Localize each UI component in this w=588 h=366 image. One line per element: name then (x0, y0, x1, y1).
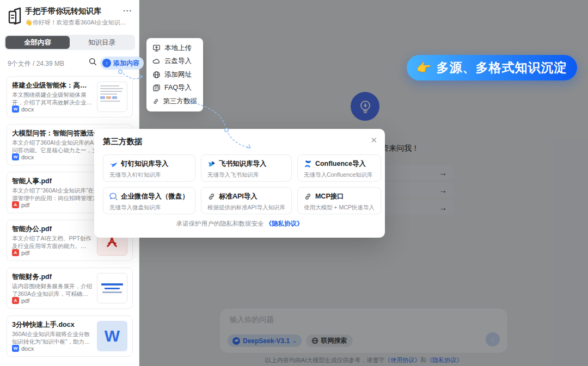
cloud-icon (152, 57, 161, 65)
doc-ext: pdf (21, 202, 29, 208)
doc-title: 智能财务.pdf (12, 272, 93, 281)
add-content-button[interactable]: ↑ 添加内容 (100, 57, 144, 70)
import-source-grid: 钉钉知识库导入 无缝导入钉钉知识库 飞书知识库导入 无缝导入飞书知识库 (103, 154, 376, 214)
menu-item-cloud-import[interactable]: 云盘导入 (146, 55, 203, 69)
api-link-icon (207, 193, 216, 201)
doc-card[interactable]: 智能财务.pdf 该内容围绕财务服务展开，介绍了360A企业知识库，可精确解析财… (7, 268, 133, 309)
doc-title: 智能办公.pdf (12, 225, 93, 233)
link-icon (152, 97, 160, 106)
privacy-policy-link[interactable]: 《隐私协议》 (266, 220, 303, 227)
source-card-mcp[interactable]: MCP接口 使用大模型 + MCP快速导入 (297, 187, 381, 214)
doc-title: 搭建企业级智能体：高效解决企… (12, 81, 93, 90)
menu-item-label: 第三方数据 (163, 97, 198, 106)
source-title: Confluence导入 (315, 159, 366, 169)
source-title: 企业微信导入（微盘） (121, 192, 189, 201)
menu-item-label: 云盘导入 (164, 57, 192, 66)
content-tabs: 全部内容 知识目录 (4, 35, 135, 50)
doc-desc: 360AI企业知识库能将企业分散知识转化为“知识中枢”，助力降本增效与创新。… (12, 331, 93, 345)
doc-ext: docx (21, 154, 34, 160)
search-icon[interactable] (89, 58, 97, 66)
more-options-icon[interactable]: ··· (123, 7, 132, 15)
modal-title: 第三方数据 (103, 137, 376, 147)
menu-item-label: 本地上传 (164, 44, 192, 53)
source-desc: 无缝导入钉钉知识库 (109, 171, 189, 179)
doc-title: 3分钟快速上手.docx (12, 320, 93, 329)
menu-item-third-party-data[interactable]: 第三方数据 (146, 95, 203, 108)
source-desc: 无缝导入Confluence知识库 (304, 171, 375, 179)
pdf-file-icon: A (12, 249, 19, 256)
doc-card[interactable]: 3分钟快速上手.docx 360AI企业知识库能将企业分散知识转化为“知识中枢”… (7, 315, 133, 357)
docx-file-icon: W (12, 345, 19, 352)
globe-icon (152, 71, 161, 79)
w-logo-thumbnail: W (97, 321, 127, 351)
source-card-wecom[interactable]: 企业微信导入（微盘） 无缝导入微盘知识库 (103, 187, 195, 214)
source-card-feishu[interactable]: 飞书知识库导入 无缝导入飞书知识库 (201, 154, 292, 182)
docx-file-icon: W (12, 153, 19, 160)
tab-knowledge-catalog[interactable]: 知识目录 (70, 36, 134, 49)
doc-desc: 本文围绕搭建企业级智能体展开，介绍了其可高效解决企业业务场景问题。智能… (12, 91, 93, 106)
source-title: MCP接口 (315, 192, 344, 201)
file-stats: 9个文件 / 24.39 MB (8, 59, 64, 69)
source-desc: 使用大模型 + MCP快速导入 (304, 204, 375, 212)
faq-document-icon (152, 84, 161, 92)
pdf-file-icon: A (12, 201, 19, 208)
doc-ext: pdf (21, 297, 29, 304)
menu-item-faq-import[interactable]: FAQ导入 (146, 82, 203, 95)
doc-ext: docx (21, 345, 34, 352)
menu-item-label: 添加网址 (164, 70, 192, 79)
add-content-menu: 本地上传 云盘导入 添加网址 FAQ导入 (146, 38, 203, 111)
wecom-icon (109, 193, 118, 201)
doc-card[interactable]: 搭建企业级智能体：高效解决企… 本文围绕搭建企业级智能体展开，介绍了其可高效解决… (7, 76, 133, 117)
app-root: 管来问我！ → → → DeepSeek-V3.1 ⌄ (0, 0, 588, 366)
source-card-confluence[interactable]: Confluence导入 无缝导入Confluence知识库 (297, 154, 381, 182)
third-party-data-modal: 第三方数据 ✕ 钉钉知识库导入 无缝导入钉钉知识库 飞书知识库导 (94, 129, 385, 238)
privacy-note: 承诺保护用户的隐私和数据安全 《隐私协议》 (94, 220, 385, 228)
doc-ext: pdf (21, 250, 29, 256)
source-title: 标准API导入 (219, 192, 258, 201)
mcp-link-icon (304, 193, 312, 201)
source-title: 钉钉知识库导入 (121, 159, 169, 169)
source-card-standard-api[interactable]: 标准API导入 根据提供的标准API导入知识库 (201, 187, 292, 214)
dingtalk-icon (109, 160, 118, 168)
privacy-note-text: 承诺保护用户的隐私和数据安全 (176, 220, 264, 227)
doc-desc: 本文介绍了AI在文档、PPT创作及行业应用等方面的能力。AIDOC可快速创作长… (12, 235, 93, 249)
pointing-finger-icon: 👉 (416, 61, 431, 75)
promo-banner: 👉 多源、多格式知识沉淀 (407, 55, 577, 80)
feishu-icon (207, 160, 216, 168)
source-desc: 根据提供的标准API导入知识库 (207, 204, 285, 212)
docx-file-icon: W (12, 106, 19, 113)
add-content-label: 添加内容 (113, 59, 139, 68)
kb-subtitle: 👋你好呀！欢迎查看360AI企业知识库使用指南，助… (25, 18, 126, 27)
confluence-icon (304, 160, 312, 168)
doc-desc: 该内容围绕财务服务展开，介绍了360A企业知识库，可精确解析财务文件，境… (12, 283, 93, 297)
menu-item-label: FAQ导入 (164, 83, 192, 92)
monitor-upload-icon (152, 44, 161, 52)
source-desc: 无缝导入微盘知识库 (109, 204, 189, 212)
menu-item-add-url[interactable]: 添加网址 (146, 68, 203, 82)
menu-item-local-upload[interactable]: 本地上传 (146, 41, 203, 55)
doc-thumbnail (97, 82, 127, 112)
upload-icon: ↑ (102, 59, 111, 67)
finance-doc-thumbnail (97, 273, 127, 303)
tab-all-content[interactable]: 全部内容 (5, 36, 70, 49)
source-card-dingtalk[interactable]: 钉钉知识库导入 无缝导入钉钉知识库 (103, 154, 195, 182)
pdf-file-icon: A (12, 297, 19, 304)
banner-text: 多源、多格式知识沉淀 (436, 59, 567, 76)
knowledge-base-logo-icon (7, 7, 23, 26)
source-title: 飞书知识库导入 (219, 159, 267, 169)
doc-ext: docx (21, 106, 34, 113)
close-icon[interactable]: ✕ (370, 135, 377, 145)
source-desc: 无缝导入飞书知识库 (207, 171, 285, 179)
kb-title: 手把手带你玩转知识库 (25, 7, 101, 16)
